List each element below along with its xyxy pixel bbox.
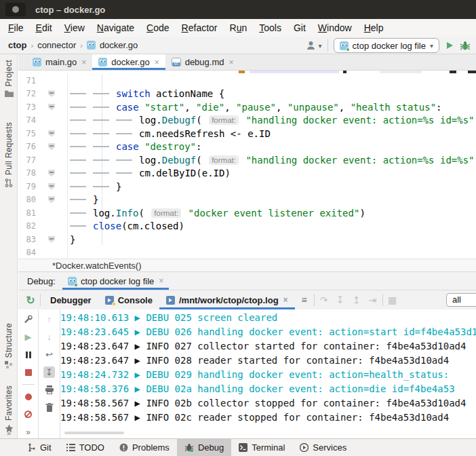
more-actions-icon[interactable]: » xyxy=(22,426,34,438)
tool-window-button-project[interactable]: Project xyxy=(0,60,18,97)
mute-breakpoints-icon[interactable] xyxy=(22,408,34,420)
window-menu-button[interactable] xyxy=(5,3,26,16)
status-item-label: Git xyxy=(40,442,52,453)
close-icon[interactable]: × xyxy=(228,58,233,67)
tab-whitespace-mark xyxy=(70,93,86,94)
menu-item-navigate[interactable]: Navigate xyxy=(91,20,140,35)
resume-program-icon[interactable]: ▶ xyxy=(22,331,34,343)
play-icon xyxy=(445,41,454,50)
menu-item-git[interactable]: Git xyxy=(287,20,312,35)
step-into-icon[interactable]: ↧ xyxy=(334,293,347,307)
method-breadcrumb[interactable]: *Docker.watchEvents() xyxy=(52,261,142,271)
menu-item-code[interactable]: Code xyxy=(140,20,175,35)
tool-window-button-structure[interactable]: Structure xyxy=(0,323,18,369)
clear-all-icon[interactable] xyxy=(43,402,55,413)
strip-more-icon[interactable]: » xyxy=(0,429,18,437)
line-number: 71 xyxy=(18,76,36,86)
print-icon[interactable] xyxy=(43,384,55,396)
debug-panel-label: Debug: xyxy=(27,276,56,286)
status-bar-item-todo[interactable]: TODO xyxy=(59,439,112,456)
status-bar-item-git[interactable]: Git xyxy=(20,439,59,456)
editor-tab-main.go[interactable]: main.go× xyxy=(26,54,92,70)
run-configuration-select[interactable]: ctop docker log file ▾ xyxy=(334,38,439,53)
menu-item-file[interactable]: File xyxy=(2,20,30,35)
log-output[interactable]: 19:48:10.613 ▶ DEBU 025 screen cleared19… xyxy=(60,311,476,438)
console-tab[interactable]: Debugger xyxy=(43,290,98,309)
fold-marker-icon[interactable] xyxy=(48,236,55,243)
menu-item-view[interactable]: View xyxy=(58,20,91,35)
session-gopher-icon xyxy=(68,277,77,286)
fold-marker-icon[interactable] xyxy=(48,170,55,176)
editor-tab-debug.md[interactable]: MDdebug.md× xyxy=(165,54,240,70)
soft-wrap-icon[interactable]: ↩ xyxy=(43,349,55,360)
code-line: 80} xyxy=(18,193,476,207)
user-icon xyxy=(306,41,317,50)
code-editor[interactable]: 7172switch actionName {73case "start", "… xyxy=(18,71,476,259)
menu-item-tools[interactable]: Tools xyxy=(253,20,287,35)
pause-program-icon[interactable] xyxy=(22,349,34,360)
stop-icon[interactable] xyxy=(22,366,34,378)
tab-whitespace-mark xyxy=(70,107,86,108)
code-line: 82close(cm.closed) xyxy=(18,220,476,233)
log-line: 19:48:23.647 ▶ INFO 027 collector starte… xyxy=(60,339,476,354)
tab-whitespace-mark xyxy=(93,119,109,121)
run-button[interactable] xyxy=(445,41,454,50)
fold-marker-icon[interactable] xyxy=(48,90,55,97)
layout-options-icon[interactable]: ≡ xyxy=(298,293,311,307)
evaluate-expression-icon[interactable]: ▦ xyxy=(386,293,399,307)
tool-window-button-favorites[interactable]: Favorites xyxy=(0,385,18,433)
scroll-to-end-icon[interactable]: ↧ xyxy=(43,366,55,378)
breadcrumb-item[interactable]: connector xyxy=(37,40,76,50)
md-icon: MD xyxy=(172,58,181,66)
menu-item-help[interactable]: Help xyxy=(358,20,390,35)
line-number: 77 xyxy=(18,155,36,165)
step-over-icon[interactable]: ↷ xyxy=(317,293,331,307)
close-icon[interactable]: × xyxy=(283,295,288,305)
breadcrumb-separator: › xyxy=(31,41,33,50)
rerun-icon[interactable]: ↻ xyxy=(24,293,37,307)
debugger-actions-toolbar: ▶ » xyxy=(18,309,39,438)
close-icon[interactable]: × xyxy=(81,58,86,67)
breadcrumb: ctop›connector›docker.go xyxy=(0,40,138,50)
console-tab[interactable]: Console xyxy=(98,290,159,309)
fold-marker-icon[interactable] xyxy=(48,130,55,137)
close-icon[interactable]: × xyxy=(154,58,159,67)
step-out-icon[interactable]: ↥ xyxy=(350,293,363,307)
menu-item-edit[interactable]: Edit xyxy=(30,20,58,35)
tab-whitespace-mark xyxy=(93,146,109,147)
close-icon[interactable]: × xyxy=(158,276,163,286)
breadcrumb-item[interactable]: docker.go xyxy=(100,40,138,50)
settings-wrench-icon[interactable] xyxy=(22,314,34,325)
navigation-bar: ctop›connector›docker.go ▾ ctop docker l… xyxy=(0,37,476,54)
status-bar-item-problems[interactable]: Problems xyxy=(112,439,177,456)
fold-marker-icon[interactable] xyxy=(48,196,55,203)
svg-text:MD: MD xyxy=(174,62,179,66)
up-stack-icon[interactable]: ↑ xyxy=(43,314,55,325)
debug-session-tab[interactable]: ctop docker log file × xyxy=(62,272,169,290)
view-breakpoints-icon[interactable] xyxy=(22,391,34,402)
log-filter-select[interactable]: all xyxy=(446,293,476,307)
code-with-me-button[interactable]: ▾ xyxy=(306,41,322,50)
status-bar-item-services[interactable]: Services xyxy=(292,439,354,456)
console-tab[interactable]: /mnt/work/ctop/ctop.log× xyxy=(159,290,295,309)
status-bar-item-terminal[interactable]: Terminal xyxy=(231,439,292,456)
run-to-cursor-icon[interactable]: ⇥ xyxy=(366,293,380,307)
breadcrumb-item[interactable]: ctop xyxy=(8,40,26,50)
fold-marker-icon[interactable] xyxy=(48,104,55,111)
line-number: 73 xyxy=(18,102,36,112)
menu-item-refactor[interactable]: Refactor xyxy=(176,20,224,35)
tool-window-button-pull-requests[interactable]: Pull Requests xyxy=(0,122,18,187)
log-line: 19:48:10.613 ▶ DEBU 025 screen cleared xyxy=(60,311,476,325)
debug-button[interactable] xyxy=(460,41,471,51)
fold-marker-icon[interactable] xyxy=(48,183,55,190)
log-line: 19:48:58.567 ▶ INFO 02b collector stoppe… xyxy=(60,396,476,411)
menu-item-window[interactable]: Window xyxy=(312,20,358,35)
down-stack-icon[interactable]: ↓ xyxy=(43,331,55,343)
menu-item-run[interactable]: Run xyxy=(224,20,254,35)
fold-marker-icon[interactable] xyxy=(48,143,55,150)
editor-tab-docker.go[interactable]: docker.go× xyxy=(92,54,165,70)
horizontal-scrollbar[interactable] xyxy=(64,432,124,434)
status-bar-item-debug[interactable]: Debug xyxy=(177,439,231,456)
debug-bug-icon xyxy=(184,443,194,452)
editor-tab-bar: main.go×docker.go×MDdebug.md× xyxy=(18,54,476,71)
